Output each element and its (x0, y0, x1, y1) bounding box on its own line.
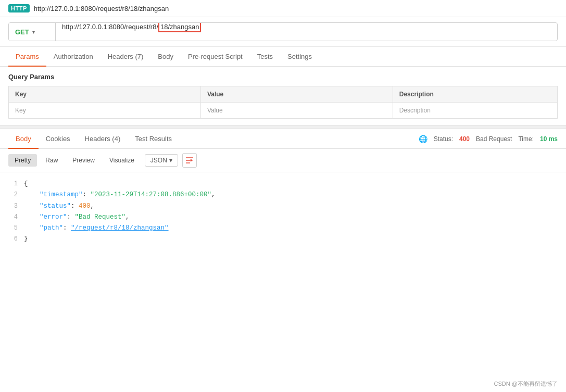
value-cell[interactable]: Value (200, 103, 393, 119)
json-line-6: 6 } (8, 234, 558, 245)
json-line-5: 5 "path": "/request/r8/18/zhangsan" (8, 223, 558, 234)
url-highlighted: 18/zhangsan (158, 22, 201, 32)
json-line-1: 1 { (8, 179, 558, 189)
title-url: http://127.0.0.1:8080/request/r8/18/zhan… (34, 5, 169, 12)
tab-prerequest[interactable]: Pre-request Script (181, 47, 250, 67)
time-label: Time: (518, 135, 534, 143)
json-body: 1 { 2 "timestamp": "2023-11-29T14:27:08.… (0, 172, 566, 251)
method-select[interactable]: GET ▾ (9, 23, 56, 41)
status-code: 400 (459, 135, 470, 143)
view-tab-preview[interactable]: Preview (66, 154, 101, 167)
wrap-icon[interactable] (182, 153, 197, 168)
params-table: Key Value Description Key Value Descript… (8, 86, 558, 119)
status-text: Bad Request (476, 135, 512, 143)
section-divider (0, 125, 566, 129)
tab-headers[interactable]: Headers (7) (100, 47, 151, 67)
response-section: Body Cookies Headers (4) Test Results 🌐 … (0, 129, 566, 251)
title-bar: HTTP http://127.0.0.1:8080/request/r8/18… (0, 0, 566, 17)
desc-cell[interactable]: Description (393, 103, 557, 119)
body-view-tabs: Pretty Raw Preview Visualize JSON ▾ (0, 149, 566, 172)
params-section: Query Params Key Value Description Key V… (0, 67, 566, 125)
method-text: GET (15, 28, 29, 36)
json-line-2: 2 "timestamp": "2023-11-29T14:27:08.886+… (8, 189, 558, 200)
url-prefix: http://127.0.0.1:8080/request/r8/ (62, 23, 158, 31)
table-row[interactable]: Key Value Description (9, 103, 558, 119)
response-tab-cookies[interactable]: Cookies (39, 130, 78, 149)
response-tabs-left: Body Cookies Headers (4) Test Results (8, 129, 179, 148)
format-select[interactable]: JSON ▾ (145, 154, 178, 167)
request-tabs-bar: Params Authorization Headers (7) Body Pr… (0, 47, 566, 67)
http-badge: HTTP (8, 4, 30, 12)
query-params-title: Query Params (8, 73, 558, 81)
col-header-value: Value (200, 86, 393, 103)
url-bar[interactable]: GET ▾ http://127.0.0.1:8080/request/r8/1… (8, 22, 558, 41)
globe-icon: 🌐 (419, 135, 427, 143)
view-tab-visualize[interactable]: Visualize (103, 154, 141, 167)
tab-settings[interactable]: Settings (280, 47, 319, 67)
col-header-description: Description (393, 86, 557, 103)
key-cell[interactable]: Key (9, 103, 201, 119)
response-status: 🌐 Status: 400 Bad Request Time: 10 ms (419, 135, 558, 143)
json-line-3: 3 "status": 400, (8, 201, 558, 212)
url-input[interactable]: http://127.0.0.1:8080/request/r8/18/zhan… (56, 23, 557, 41)
col-header-key: Key (9, 86, 201, 103)
status-label: Status: (434, 135, 453, 143)
response-tab-body[interactable]: Body (8, 130, 39, 149)
time-value: 10 ms (540, 135, 558, 143)
chevron-down-icon: ▾ (32, 29, 35, 35)
tab-authorization[interactable]: Authorization (46, 47, 100, 67)
response-tab-headers[interactable]: Headers (4) (78, 130, 128, 149)
format-chevron-icon: ▾ (169, 157, 172, 164)
view-tab-raw[interactable]: Raw (39, 154, 64, 167)
view-tab-pretty[interactable]: Pretty (8, 154, 37, 167)
tab-params[interactable]: Params (8, 47, 46, 67)
response-tab-test-results[interactable]: Test Results (128, 130, 179, 149)
format-label: JSON (150, 157, 167, 164)
tab-tests[interactable]: Tests (250, 47, 280, 67)
request-section: GET ▾ http://127.0.0.1:8080/request/r8/1… (0, 17, 566, 47)
tab-body[interactable]: Body (150, 47, 181, 67)
json-line-4: 4 "error": "Bad Request", (8, 212, 558, 223)
response-tabs-bar: Body Cookies Headers (4) Test Results 🌐 … (0, 129, 566, 149)
